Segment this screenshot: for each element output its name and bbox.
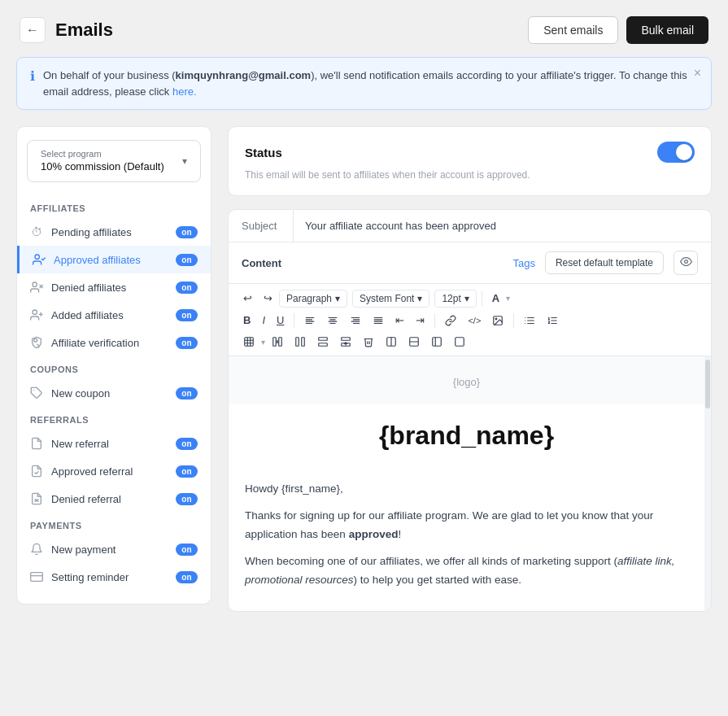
section-heading-coupons: COUPONS [17, 356, 211, 379]
justify-button[interactable] [368, 312, 389, 330]
toggle-on-badge[interactable]: on [176, 226, 198, 238]
toggle-on-badge[interactable]: on [176, 282, 198, 294]
redo-button[interactable]: ↪ [259, 289, 277, 308]
font-color-button[interactable]: A [487, 289, 504, 308]
link-button[interactable] [440, 312, 461, 330]
align-right-button[interactable] [345, 312, 366, 330]
toggle-on-badge[interactable]: on [176, 571, 198, 583]
eye-icon [680, 255, 692, 270]
toggle-on-badge[interactable]: on [176, 387, 198, 399]
close-banner-button[interactable]: × [694, 66, 701, 81]
svg-rect-64 [456, 338, 464, 347]
page-header: ← Emails Sent emails Bulk email [16, 16, 712, 44]
table-col-before-button[interactable] [267, 333, 288, 351]
sidebar-item-label: New payment [51, 544, 116, 556]
table-more-button[interactable] [449, 333, 470, 351]
sidebar-item-label: New coupon [51, 387, 110, 399]
sidebar-item-pending-affiliates[interactable]: ⏱ Pending affiliates on [17, 218, 211, 246]
editor-toolbar: ↩ ↪ Paragraph ▾ System Font ▾ 12pt ▾ [229, 284, 711, 356]
status-card: Status This email will be sent to affili… [228, 126, 712, 196]
sidebar-item-new-referral[interactable]: New referral on [17, 430, 211, 457]
table-col-after-button[interactable] [290, 333, 311, 351]
table-row-before-button[interactable] [312, 333, 333, 351]
list-ul-button[interactable] [519, 312, 540, 330]
svg-point-31 [495, 318, 497, 320]
subject-input[interactable] [294, 210, 711, 242]
toggle-on-badge[interactable]: on [176, 254, 198, 266]
info-icon: ℹ [30, 68, 35, 84]
sidebar-item-label: Added affiliates [51, 309, 124, 321]
svg-rect-41 [245, 338, 254, 347]
reset-default-button[interactable]: Reset default template [545, 251, 664, 274]
sidebar-item-new-payment[interactable]: New payment on [17, 535, 211, 563]
table-merge-button[interactable] [381, 333, 402, 351]
content-toolbar: Content Tags Reset default template [229, 242, 711, 284]
here-link[interactable]: here. [172, 85, 197, 98]
chevron-down-icon: ▾ [417, 293, 422, 304]
table-style-button[interactable] [426, 333, 447, 351]
svg-point-4 [33, 310, 37, 314]
underline-button[interactable]: U [272, 311, 289, 330]
sidebar-item-new-coupon[interactable]: New coupon on [17, 379, 211, 407]
subject-row: Subject [229, 210, 711, 242]
editor-wrapper: {logo} {brand_name} Howdy {first_name}, … [229, 356, 711, 611]
header-actions: Sent emails Bulk email [528, 16, 708, 44]
bold-button[interactable]: B [238, 311, 255, 330]
status-toggle[interactable] [657, 142, 695, 163]
code-button[interactable]: </> [463, 312, 486, 329]
sidebar-item-approved-affiliates[interactable]: Approved affiliates on [17, 246, 211, 273]
toggle-on-badge[interactable]: on [176, 337, 198, 349]
indent-in-button[interactable]: ⇥ [411, 311, 429, 330]
size-select[interactable]: 12pt ▾ [434, 290, 476, 308]
sidebar-item-added-affiliates[interactable]: Added affiliates on [17, 301, 211, 329]
sidebar-item-setting-reminder[interactable]: Setting reminder on [17, 563, 211, 591]
right-panel: Status This email will be sent to affili… [228, 126, 712, 612]
user-shield-icon [30, 336, 43, 349]
toggle-on-badge[interactable]: on [176, 309, 198, 321]
table-split-button[interactable] [403, 333, 425, 351]
svg-point-0 [35, 255, 39, 259]
sidebar-item-denied-referral[interactable]: Denied referral on [17, 485, 211, 513]
undo-button[interactable]: ↩ [238, 289, 257, 308]
back-button[interactable]: ← [20, 17, 46, 43]
editor-main[interactable]: {logo} {brand_name} Howdy {first_name}, … [229, 356, 704, 611]
sidebar-item-denied-affiliates[interactable]: Denied affiliates on [17, 273, 211, 301]
table-delete-button[interactable] [358, 333, 379, 351]
sidebar-item-approved-referral[interactable]: Approved referral on [17, 457, 211, 485]
svg-point-1 [33, 282, 37, 286]
svg-rect-52 [319, 338, 328, 341]
sidebar-item-label: Setting reminder [51, 571, 129, 583]
preview-button[interactable] [674, 251, 698, 275]
status-label: Status [245, 146, 282, 159]
align-left-button[interactable] [299, 312, 320, 330]
sidebar-item-label: Approved referral [51, 465, 133, 478]
sidebar-item-affiliate-verification[interactable]: Affiliate verification on [17, 329, 211, 356]
paragraph-select[interactable]: Paragraph ▾ [279, 290, 347, 308]
svg-rect-54 [342, 338, 351, 341]
image-button[interactable] [487, 312, 508, 330]
list-ol-button[interactable] [542, 312, 563, 330]
editor-scrollbar[interactable] [704, 356, 711, 611]
sidebar-item-label: Pending affiliates [51, 226, 132, 238]
tags-link[interactable]: Tags [512, 257, 534, 269]
svg-rect-47 [279, 338, 282, 347]
sidebar-item-label: Denied referral [51, 493, 121, 505]
bulk-email-button[interactable]: Bulk email [626, 16, 708, 44]
toggle-on-badge[interactable]: on [176, 544, 198, 556]
font-select[interactable]: System Font ▾ [352, 290, 429, 308]
section-heading-payments: PAYMENTS [17, 513, 211, 535]
doc-x-icon [30, 492, 43, 505]
table-button[interactable] [238, 333, 259, 351]
toggle-on-badge[interactable]: on [176, 493, 198, 505]
table-row-after-button[interactable] [335, 333, 356, 351]
status-hint: This email will be sent to affiliates wh… [245, 169, 695, 181]
sent-emails-button[interactable]: Sent emails [528, 16, 618, 44]
doc-icon [30, 437, 43, 450]
indent-out-button[interactable]: ⇤ [390, 311, 409, 330]
toggle-on-badge[interactable]: on [176, 438, 198, 450]
toggle-on-badge[interactable]: on [176, 465, 198, 478]
svg-rect-11 [31, 573, 43, 582]
italic-button[interactable]: I [257, 311, 270, 330]
align-center-button[interactable] [322, 312, 343, 330]
program-select[interactable]: Select program 10% commission (Default) … [27, 140, 201, 182]
